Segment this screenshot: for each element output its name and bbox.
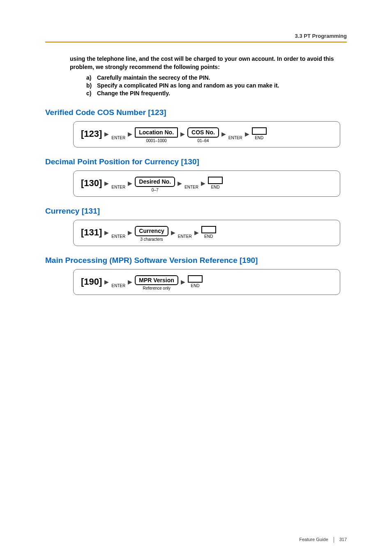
enter-caption: ENTER: [228, 136, 242, 140]
location-no-box: Location No.: [135, 127, 178, 138]
list-item: c) Change the PIN frequently.: [86, 90, 347, 97]
arrow-icon: ▶: [127, 177, 133, 187]
end-box: [252, 127, 267, 135]
enter-caption: ENTER: [184, 185, 198, 189]
prog-code: [131]: [81, 226, 102, 237]
end-caption: END: [211, 185, 219, 189]
section-title-190: Main Processing (MPR) Software Version R…: [45, 256, 347, 265]
section-title-130: Decimal Point Position for Currency [130…: [45, 157, 347, 166]
end-box: [201, 226, 216, 233]
list-item-label: b): [86, 82, 97, 89]
footer-divider: [334, 537, 334, 543]
flowchart-123: [123] ▶ ENTER ENTER ▶ Location No. 0001–…: [73, 121, 340, 147]
mpr-version-box: MPR Version: [135, 275, 178, 286]
section-title-123: Verified Code COS Number [123]: [45, 108, 347, 117]
enter-caption: ENTER: [111, 234, 125, 239]
arrow-icon: ▶: [170, 226, 176, 236]
section-title-131: Currency [131]: [45, 207, 347, 216]
arrow-icon: ▶: [180, 127, 186, 137]
flowchart-131: [131] ▶ ENTER ENTER ▶ Currency 3 charact…: [73, 220, 340, 246]
list-item-text: Specify a complicated PIN as long and ra…: [97, 82, 279, 89]
arrow-icon: ▶: [104, 226, 110, 236]
arrow-icon: ▶: [104, 177, 110, 187]
arrow-icon: ▶: [221, 127, 227, 137]
end-box: [208, 177, 223, 184]
end-caption: END: [255, 136, 263, 140]
arrow-icon: ▶: [104, 275, 110, 285]
arrow-icon: ▶: [104, 127, 110, 137]
list-item: a) Carefully maintain the secrecy of the…: [86, 74, 347, 81]
arrow-icon: ▶: [127, 275, 133, 285]
arrow-icon: ▶: [244, 127, 250, 137]
list-item-label: a): [86, 74, 97, 81]
prog-code: [130]: [81, 177, 102, 188]
arrow-icon: ▶: [200, 177, 206, 187]
end-caption: END: [204, 234, 213, 239]
arrow-icon: ▶: [177, 177, 183, 187]
enter-caption: ENTER: [178, 234, 192, 239]
list-item-text: Carefully maintain the secrecy of the PI…: [97, 74, 210, 81]
desired-no-box: Desired No.: [135, 177, 175, 187]
footer-page: 317: [339, 537, 347, 542]
prog-code: [190]: [81, 275, 102, 286]
intro-paragraph: using the telephone line, and the cost w…: [70, 55, 347, 71]
page-footer: Feature Guide 317: [299, 537, 347, 543]
flowchart-190: [190] ▶ ENTER ENTER ▶ MPR Version Refere…: [73, 269, 340, 295]
recommendation-list: a) Carefully maintain the secrecy of the…: [86, 74, 347, 97]
prog-code: [123]: [81, 127, 102, 138]
arrow-icon: ▶: [127, 226, 133, 236]
currency-box: Currency: [135, 226, 168, 236]
list-item: b) Specify a complicated PIN as long and…: [86, 82, 347, 89]
currency-note: 3 characters: [140, 237, 163, 242]
end-caption: END: [191, 283, 199, 288]
breadcrumb: 3.3 PT Programming: [45, 33, 347, 39]
location-no-range: 0001–1000: [146, 138, 167, 143]
flowchart-130: [130] ▶ ENTER ENTER ▶ Desired No. 0–7 ▶ …: [73, 170, 340, 197]
mpr-version-note: Reference only: [143, 286, 170, 290]
arrow-icon: ▶: [194, 226, 200, 236]
list-item-text: Change the PIN frequently.: [97, 90, 170, 97]
desired-no-range: 0–7: [152, 188, 159, 192]
arrow-icon: ▶: [180, 275, 186, 285]
header-rule: [45, 41, 347, 43]
enter-caption: ENTER: [111, 283, 125, 288]
cos-no-range: 01–64: [198, 138, 209, 143]
cos-no-box: COS No.: [187, 127, 219, 138]
footer-guide: Feature Guide: [299, 537, 328, 542]
enter-caption: ENTER: [111, 136, 125, 140]
end-box: [188, 275, 203, 283]
arrow-icon: ▶: [127, 127, 133, 137]
enter-caption: ENTER: [111, 185, 125, 189]
list-item-label: c): [86, 90, 97, 97]
